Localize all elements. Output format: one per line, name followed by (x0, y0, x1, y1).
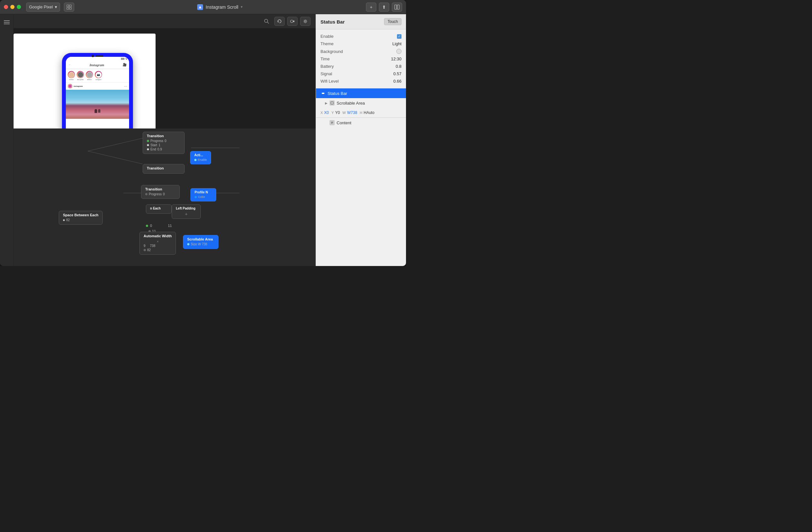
ig-story-dnfisher: dnfisher (86, 71, 93, 81)
main-content: ▐▐▐ ✦ ▮ ← Instagram 🎥 (0, 14, 406, 266)
space-between-title: Space Between Each (63, 213, 99, 217)
background-color-swatch[interactable] (396, 49, 402, 54)
signal-row: Signal 0.57 (320, 70, 402, 77)
tree-item-scrollable-area-label: Scrollable Area (337, 101, 365, 105)
titlebar-center: Instagram Scroll ▾ (77, 4, 363, 10)
refresh-button[interactable] (274, 17, 285, 26)
svg-rect-2 (67, 8, 69, 9)
x-position-field: X X0 (320, 111, 329, 115)
w-value[interactable]: W738 (347, 111, 357, 115)
y-position-field: Y Y0 (331, 111, 340, 115)
tree-item-scrollable-area[interactable]: ▶ Scrollable Area (316, 98, 406, 108)
ig-story-dannywhite: dannywhite (77, 71, 84, 81)
search-button[interactable] (261, 16, 272, 27)
plus-icon: + (176, 212, 197, 217)
node-n-each: n Each (146, 204, 172, 214)
left-toolbar (0, 14, 14, 266)
node-transition-1: Transition Progress 0 Start 1 (143, 132, 185, 154)
time-value: 12:30 (391, 57, 402, 61)
titlebar-right: + ⬆ (366, 3, 402, 12)
position-size-row: X X0 Y Y0 W W738 H HAuto (316, 108, 406, 118)
svg-line-16 (88, 151, 143, 164)
background-label: Background (320, 49, 343, 54)
wifi-row: Wifi Level 0.66 (320, 77, 402, 85)
svg-rect-21 (331, 102, 333, 104)
y-value[interactable]: Y0 (335, 111, 340, 115)
node-graph: Transition Progress 0 Start 1 (14, 129, 316, 266)
ig-story-instagram: 📷 instagram (95, 71, 102, 81)
ig-post-people (95, 109, 100, 113)
window-title: Instagram Scroll (206, 4, 238, 10)
ig-camera-icon: 🎥 (122, 63, 127, 67)
x-value[interactable]: X0 (324, 111, 329, 115)
tree-item-content[interactable]: Content (316, 118, 406, 128)
ig-post-username: instagram (74, 85, 83, 87)
ig-stories: chchotoi dannywhite dnfish (66, 69, 129, 83)
ig-post-image (66, 90, 129, 119)
w-label: W (343, 111, 346, 115)
scrollable-area-tree-icon (330, 100, 335, 105)
battery-row: Battery 0.8 (320, 63, 402, 70)
add-button[interactable]: + (366, 3, 376, 12)
tree-item-status-bar[interactable]: Status Bar (316, 88, 406, 98)
enable-checkbox[interactable]: ✓ (397, 34, 402, 39)
device-selector[interactable]: Google Pixel ▾ (26, 3, 60, 12)
scrollable-area-title: Scrollable Area (187, 237, 214, 241)
maximize-button[interactable] (17, 5, 21, 9)
menu-icon[interactable] (2, 17, 12, 27)
theme-row: Theme Light (320, 40, 402, 47)
app-icon (197, 4, 203, 10)
svg-rect-1 (69, 5, 71, 7)
record-button[interactable] (287, 17, 298, 26)
close-button[interactable] (4, 5, 8, 9)
theme-value: Light (392, 41, 402, 46)
layout-button[interactable] (392, 3, 402, 12)
left-padding-title: Left Padding (176, 206, 197, 210)
enable-label: Enable (320, 34, 333, 39)
node-scrollable-area: Scrollable Area Size W 738 (183, 235, 218, 249)
camera-dot (92, 55, 94, 57)
svg-rect-0 (67, 5, 69, 7)
tree-section: Status Bar ▶ Scrollable Area X X0 (316, 88, 406, 128)
svg-rect-5 (395, 5, 397, 9)
svg-point-14 (305, 20, 306, 22)
tree-item-content-label: Content (337, 120, 351, 125)
canvas: ▐▐▐ ✦ ▮ ← Instagram 🎥 (14, 28, 316, 266)
time-row: Time 12:30 (320, 55, 402, 63)
ig-logo: Instagram (89, 63, 104, 67)
status-bar-tree-icon (320, 91, 325, 96)
h-value[interactable]: HAuto (364, 111, 374, 115)
title-chevron-icon: ▾ (241, 5, 243, 9)
svg-line-11 (267, 22, 269, 24)
value-row-82: 0 11 (146, 224, 172, 228)
svg-point-12 (290, 20, 293, 23)
theme-label: Theme (320, 41, 333, 46)
share-button[interactable]: ⬆ (379, 3, 389, 12)
tree-expand-icon: ▶ (325, 101, 328, 105)
panel-header: Status Bar Touch (316, 14, 406, 29)
ig-header: ← Instagram 🎥 (66, 61, 129, 69)
ig-story-chchotoi: chchotoi (68, 71, 75, 81)
enable-row: Enable ✓ (320, 33, 402, 40)
ig-post-header: instagram ··· (66, 83, 129, 90)
settings-button[interactable] (300, 17, 310, 26)
right-panel: Status Bar Touch Enable ✓ Theme Light Ba… (316, 14, 406, 266)
n-each-title: n Each (150, 206, 168, 210)
transition2-title: Transition (147, 166, 180, 170)
time-label: Time (320, 57, 330, 61)
svg-line-15 (88, 138, 143, 151)
chevron-down-icon: ▾ (55, 4, 57, 9)
ig-signal-icons: ▐▐▐ ✦ ▮ (121, 58, 127, 60)
svg-rect-3 (69, 8, 71, 9)
signal-value: 0.57 (393, 71, 402, 76)
touch-button[interactable]: Touch (384, 18, 402, 25)
background-row: Background (320, 47, 402, 55)
grid-button[interactable] (64, 3, 74, 12)
canvas-toolbar (14, 14, 316, 28)
device-name: Google Pixel (29, 4, 53, 9)
ig-post-user: instagram (68, 84, 83, 88)
svg-rect-6 (397, 5, 399, 9)
minimize-button[interactable] (10, 5, 15, 9)
titlebar: Google Pixel ▾ Instagram Scroll ▾ + ⬆ (0, 0, 406, 14)
traffic-lights (4, 5, 21, 9)
